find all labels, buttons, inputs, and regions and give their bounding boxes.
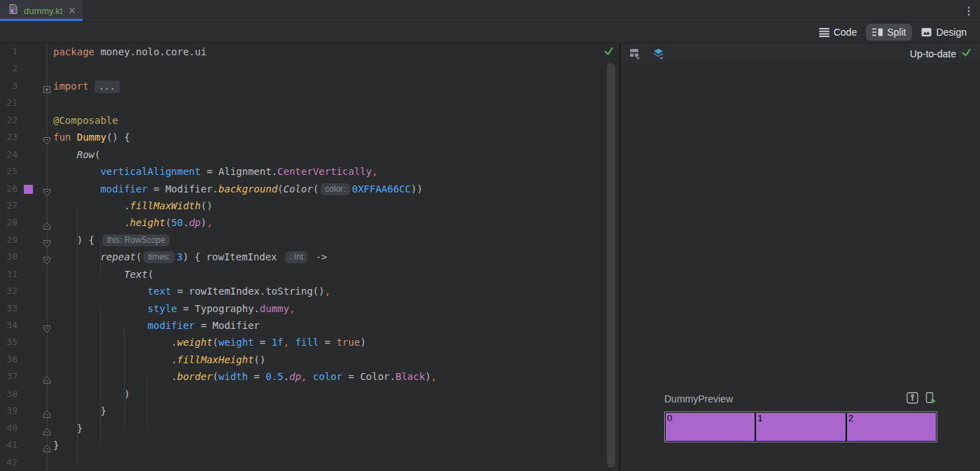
line-number[interactable]: 1 [0,43,18,60]
code-line[interactable]: 37 .border(width = 0.5.dp, color = Color… [0,368,619,385]
code-line[interactable]: 24 Row( [0,146,619,163]
code-text: verticalAlignment = Alignment.CenterVert… [53,163,378,180]
line-number[interactable]: 39 [0,402,18,419]
mode-label: Split [887,27,906,38]
interactive-preview-icon[interactable] [906,392,918,407]
code-text: fun Dummy() { [53,129,130,146]
fold-start-icon[interactable] [43,185,51,193]
line-number[interactable]: 40 [0,420,18,437]
line-number[interactable]: 42 [0,454,18,471]
kebab-menu-icon[interactable] [963,5,974,17]
code-text: Row( [53,146,100,163]
code-line[interactable]: 3import ... [0,78,619,94]
line-number[interactable]: 34 [0,317,18,334]
line-number[interactable]: 36 [0,351,18,368]
code-line[interactable]: 34 modifier = Modifier [0,317,619,334]
fold-end-icon[interactable] [43,372,51,381]
split-view-icon [872,27,883,37]
fold-end-icon[interactable] [43,218,51,227]
preview-status: Up-to-date [910,48,956,59]
code-line[interactable]: 23fun Dummy() { [0,129,619,146]
line-number[interactable]: 33 [0,300,18,317]
line-number[interactable]: 26 [0,181,18,197]
code-line[interactable]: 30 repeat(times:3) { rowItemIndex : Int … [0,248,619,265]
preview-row: 012 [665,412,937,442]
line-number[interactable]: 23 [0,129,18,146]
mode-split-button[interactable]: Split [866,24,912,41]
mode-design-button[interactable]: Design [915,24,973,41]
line-number[interactable]: 29 [0,232,18,248]
line-number[interactable]: 32 [0,283,18,300]
code-text: ) { this: RowScope [53,232,172,248]
inspections-ok-icon[interactable] [603,46,614,59]
code-line[interactable]: 33 style = Typography.dummy, [0,300,619,317]
code-line[interactable]: 39 } [0,402,619,419]
line-number[interactable]: 28 [0,214,18,231]
fold-start-icon[interactable] [43,236,51,244]
ui-mode-icon[interactable] [629,48,641,59]
code-line[interactable]: 32 text = rowItemIndex.toString(), [0,283,619,300]
run-on-device-icon[interactable] [925,392,937,407]
line-number[interactable]: 3 [0,78,18,94]
code-lines: 1package money.nolo.core.ui23import ...2… [0,43,619,471]
line-number[interactable]: 21 [0,94,18,111]
code-line[interactable]: 40 } [0,420,619,437]
code-text: ) [53,386,130,402]
android-studio-window: dummy.kt Code [0,0,980,471]
line-number[interactable]: 25 [0,163,18,180]
code-editor[interactable]: 1package money.nolo.core.ui23import ...2… [0,43,621,471]
split-view: 1package money.nolo.core.ui23import ...2… [0,43,980,471]
fold-start-icon[interactable] [43,253,51,261]
line-number[interactable]: 31 [0,266,18,283]
code-line[interactable]: 28 .height(50.dp), [0,214,619,231]
active-tab-underline [0,19,83,21]
inlay-hint: color: [321,183,349,195]
preview-cell: 0 [666,413,756,441]
code-line[interactable]: 2 [0,60,619,77]
code-text: .weight(weight = 1f, fill = true) [53,334,366,351]
editor-scrollbar[interactable] [607,63,615,468]
line-number[interactable]: 38 [0,386,18,402]
code-line[interactable]: 1package money.nolo.core.ui [0,43,619,60]
code-text: text = rowItemIndex.toString(), [53,283,330,300]
code-line[interactable]: 38 ) [0,386,619,402]
preview-item: DummyPreview [664,392,937,442]
line-number[interactable]: 30 [0,248,18,265]
code-line[interactable]: 26 modifier = Modifier.background(Color(… [0,181,619,197]
fold-start-icon[interactable] [43,133,51,141]
preview-canvas[interactable]: 012 [664,412,937,442]
code-line[interactable]: 31 Text( [0,266,619,283]
line-number[interactable]: 24 [0,146,18,163]
code-line[interactable]: 25 verticalAlignment = Alignment.CenterV… [0,163,619,180]
layers-icon[interactable] [652,48,665,59]
tab-dummy-kt[interactable]: dummy.kt [0,0,83,21]
line-number[interactable]: 22 [0,112,18,129]
mode-code-button[interactable]: Code [813,24,863,41]
fold-plus-icon[interactable] [43,82,51,90]
code-line[interactable]: 36 .fillMaxHeight() [0,351,619,368]
line-number[interactable]: 27 [0,197,18,214]
color-preview-swatch[interactable] [24,185,33,194]
kotlin-file-icon [8,3,19,17]
code-text: .fillMaxHeight() [53,351,265,368]
code-line[interactable]: 27 .fillMaxWidth() [0,197,619,214]
line-number[interactable]: 37 [0,368,18,385]
fold-start-icon[interactable] [43,321,51,330]
code-line[interactable]: 42 [0,454,619,471]
line-number[interactable]: 35 [0,334,18,351]
code-line[interactable]: 35 .weight(weight = 1f, fill = true) [0,334,619,351]
fold-end-icon[interactable] [43,407,51,415]
code-text: style = Typography.dummy, [53,300,295,317]
fold-end-icon[interactable] [43,424,51,433]
fold-end-icon[interactable] [43,441,51,449]
code-line[interactable]: 21 [0,94,619,111]
line-number[interactable]: 41 [0,437,18,454]
code-line[interactable]: 41} [0,437,619,454]
code-line[interactable]: 22@Composable [0,112,619,129]
close-icon[interactable] [69,7,76,14]
folded-region: ... [94,80,119,93]
code-text: } [53,402,106,419]
preview-title[interactable]: DummyPreview [664,393,733,405]
line-number[interactable]: 2 [0,60,18,77]
code-line[interactable]: 29 ) { this: RowScope [0,232,619,248]
